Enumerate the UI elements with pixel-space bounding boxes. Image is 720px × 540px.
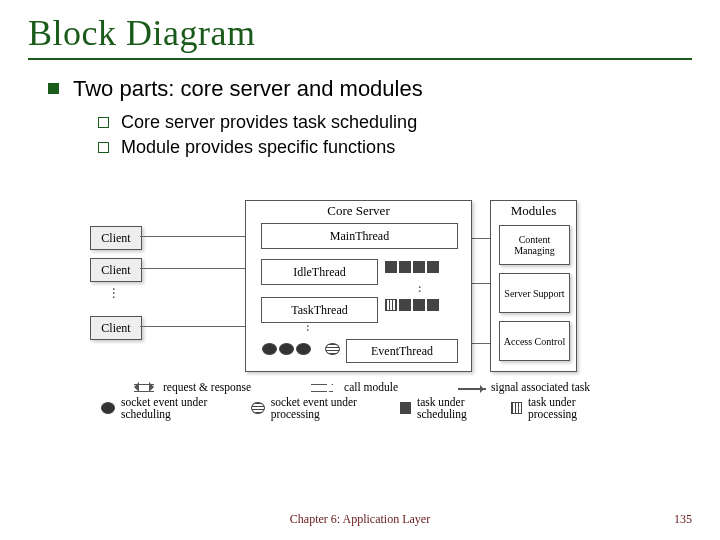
page-number: 135 [674, 512, 692, 527]
bullet-icon [98, 142, 109, 153]
bullet-icon [48, 83, 59, 94]
client-box: Client [90, 226, 142, 250]
core-server-label: Core Server [246, 203, 471, 219]
legend-item: signal associated task [458, 381, 590, 393]
legend-item: call module [311, 381, 398, 393]
main-thread-box: MainThread [261, 223, 458, 249]
idle-thread-box: IdleThread [261, 259, 378, 285]
square-fill-icon [400, 402, 411, 414]
square-hatch-icon [511, 402, 522, 414]
event-current-icon [324, 343, 341, 359]
bullet-level2: Core server provides task scheduling [98, 112, 692, 133]
title-rule [28, 58, 692, 60]
module-box: Content Managing [499, 225, 570, 265]
bullet-icon [98, 117, 109, 128]
task-thread-box: TaskThread [261, 297, 378, 323]
event-thread-box: EventThread [346, 339, 458, 363]
vdots-icon: ·· [418, 286, 422, 294]
client-box: Client [90, 258, 142, 282]
connector [470, 343, 490, 344]
ellipse-fill-icon [101, 402, 115, 414]
bullet-level2: Module provides specific functions [98, 137, 692, 158]
connector [140, 236, 245, 237]
connector [140, 268, 245, 269]
ellipse-hatch-icon [251, 402, 265, 414]
task-queue-icon [384, 261, 440, 277]
module-box: Access Control [499, 321, 570, 361]
slide-title: Block Diagram [28, 12, 692, 54]
bullet-text: Two parts: core server and modules [73, 76, 423, 102]
connector [470, 238, 490, 239]
footer: Chapter 6: Application Layer 135 [0, 512, 720, 530]
legend-item: socket event under processing [250, 396, 399, 420]
connector [140, 326, 245, 327]
footer-chapter: Chapter 6: Application Layer [0, 512, 720, 527]
vdots-icon: ·· [306, 325, 310, 333]
connector [470, 283, 490, 284]
bullet-level1: Two parts: core server and modules [48, 76, 692, 102]
legend-item: task under scheduling [399, 396, 510, 420]
slide: Block Diagram Two parts: core server and… [0, 0, 720, 540]
modules-label: Modules [491, 203, 576, 219]
task-queue-icon [384, 299, 440, 315]
legend-item: request & response [130, 381, 251, 393]
event-queue-icon [261, 343, 312, 359]
vdots-icon: ··· [112, 288, 116, 300]
module-box: Server Support [499, 273, 570, 313]
legend-item: socket event under scheduling [100, 396, 250, 420]
modules-group: Modules Content Managing Server Support … [490, 200, 577, 372]
bullet-text: Module provides specific functions [121, 137, 395, 158]
client-box: Client [90, 316, 142, 340]
open-arrow-icon [311, 382, 339, 392]
double-arrow-icon [130, 382, 158, 392]
legend-item: task under processing [510, 396, 620, 420]
solid-arrow-icon [458, 388, 486, 390]
legend: request & response call module signal as… [100, 378, 620, 423]
bullet-text: Core server provides task scheduling [121, 112, 417, 133]
core-server-group: Core Server MainThread IdleThread ·· Tas… [245, 200, 472, 372]
architecture-diagram: Client Client ··· Client Core Server Mai… [80, 178, 640, 438]
